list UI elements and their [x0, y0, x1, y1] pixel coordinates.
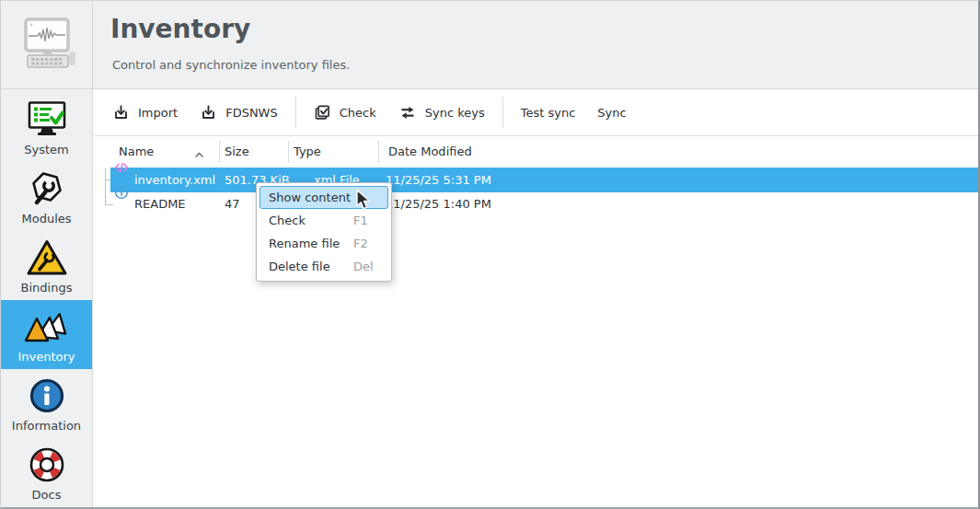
import-button[interactable]: Import [101, 97, 189, 129]
button-label: Sync [597, 106, 626, 120]
system-monitor-icon [27, 99, 67, 140]
table-row-readme[interactable]: README 47 11/25/25 1:40 PM [94, 192, 980, 216]
sidebar-item-label: Information [12, 419, 81, 433]
file-name-cell: README [134, 192, 186, 216]
check-button[interactable]: Check [303, 97, 387, 129]
sync-keys-button[interactable]: Sync keys [387, 97, 496, 129]
column-separator[interactable] [219, 141, 220, 163]
menu-item-label: Delete file [269, 260, 330, 273]
page-subtitle: Control and synchronize inventory files. [112, 58, 350, 72]
sidebar-item-modules[interactable]: Modules [1, 162, 92, 231]
check-boxes-icon [314, 104, 331, 121]
toolbar: Import FDSNWS Check Sync keys [94, 89, 980, 136]
sidebar: System Modules Bindings [1, 89, 93, 509]
import-icon [200, 104, 217, 121]
button-label: Check [340, 106, 376, 120]
sidebar-item-label: Modules [21, 212, 71, 226]
test-sync-button[interactable]: Test sync [510, 98, 587, 127]
menu-item-rename-file[interactable]: Rename file F2 [259, 232, 388, 255]
button-label: Import [138, 106, 178, 120]
xml-file-icon [114, 160, 129, 175]
column-separator[interactable] [288, 141, 289, 163]
menu-item-label: Check [269, 214, 306, 227]
menu-item-delete-file[interactable]: Delete file Del [259, 255, 388, 278]
column-header-date-modified[interactable]: Date Modified [388, 136, 472, 168]
file-date-cell: 11/25/25 5:31 PM [386, 168, 491, 192]
scconfig-window: Inventory Control and synchronize invent… [0, 0, 980, 509]
page-title: Inventory [110, 14, 250, 44]
table-row-inventory-xml[interactable]: inventory.xml 501.73 KiB xml File 11/25/… [94, 168, 980, 192]
column-separator[interactable] [378, 141, 379, 163]
import-icon [112, 104, 130, 121]
mouse-cursor [355, 189, 374, 214]
menu-item-label: Show content [269, 191, 351, 204]
sidebar-item-label: Docs [32, 488, 62, 502]
sort-ascending-icon [193, 148, 205, 162]
app-logo-cell [1, 1, 93, 88]
sync-arrows-icon [398, 104, 417, 121]
column-header-type[interactable]: Type [294, 136, 321, 168]
menu-item-shortcut: F2 [353, 233, 368, 254]
sidebar-item-system[interactable]: System [1, 93, 92, 162]
button-label: FDSNWS [225, 106, 278, 120]
docs-lifebuoy-icon [28, 445, 66, 485]
bindings-warning-wrench-icon [26, 237, 68, 278]
menu-item-label: Rename file [269, 237, 340, 250]
sidebar-item-label: Inventory [17, 350, 75, 364]
information-icon [28, 376, 66, 416]
file-name-cell: inventory.xml [134, 168, 215, 192]
sidebar-item-information[interactable]: Information [1, 369, 92, 438]
column-header-size[interactable]: Size [225, 136, 249, 168]
button-label: Test sync [521, 106, 576, 120]
modules-nut-wrench-icon [28, 168, 66, 209]
inventory-stations-icon [25, 307, 69, 347]
info-file-icon [114, 185, 129, 200]
file-date-cell: 11/25/25 1:40 PM [386, 192, 491, 216]
sidebar-item-label: System [24, 143, 68, 156]
seiscomp-logo-icon [17, 17, 77, 74]
sidebar-item-label: Bindings [21, 281, 73, 295]
sync-button[interactable]: Sync [586, 98, 637, 127]
fdsnws-button[interactable]: FDSNWS [189, 97, 289, 129]
button-label: Sync keys [425, 106, 485, 120]
sidebar-item-inventory[interactable]: Inventory [1, 300, 92, 369]
table-header: Name Size Type Date Modified [94, 136, 980, 168]
sidebar-item-bindings[interactable]: Bindings [1, 231, 92, 300]
file-size-cell: 47 [225, 192, 240, 216]
toolbar-separator [295, 97, 296, 128]
header: Inventory Control and synchronize invent… [1, 1, 978, 89]
toolbar-separator [502, 97, 503, 128]
menu-item-shortcut: Del [353, 256, 374, 277]
sidebar-item-docs[interactable]: Docs [1, 438, 92, 507]
